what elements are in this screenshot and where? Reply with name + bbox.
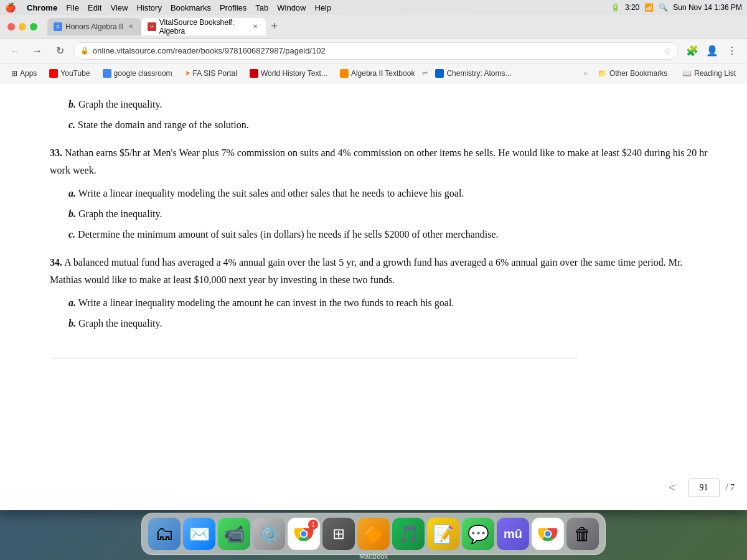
menu-bookmarks[interactable]: Bookmarks — [171, 3, 211, 12]
menu-bar: 🍎 Chrome File Edit View History Bookmark… — [0, 0, 747, 15]
clock-date: Sun Nov 14 1:36 PM — [673, 3, 742, 12]
apps-grid-icon: ⊞ — [11, 69, 17, 78]
maximize-button[interactable] — [30, 23, 37, 30]
content-divider — [50, 358, 578, 358]
p33a-label: a. — [68, 188, 76, 198]
bookmark-fa-label: FA SIS Portal — [193, 69, 237, 78]
tab-vitalsource[interactable]: V VitalSource Bookshelf: Algebra ✕ — [141, 18, 266, 35]
previous-page-button[interactable]: < — [662, 478, 682, 498]
menu-chrome[interactable]: Chrome — [27, 3, 57, 12]
profile-icon[interactable]: 👤 — [703, 42, 721, 60]
page-total: / 7 — [726, 483, 735, 493]
dock-launchpad[interactable]: ⊞ — [322, 518, 355, 550]
chrome-icon-2 — [537, 523, 559, 545]
apple-menu[interactable]: 🍎 — [5, 2, 16, 12]
dock-notes[interactable]: 📝 — [427, 518, 459, 550]
menu-profiles[interactable]: Profiles — [220, 3, 247, 12]
page-number-input[interactable] — [688, 478, 720, 497]
bookmark-algebra[interactable]: Algebra II Textbook — [335, 67, 420, 80]
other-bookmarks[interactable]: 📁 Other Bookmarks — [593, 67, 672, 80]
bookmark-world-label: World History Text... — [261, 69, 327, 78]
p34a-text: Write a linear inequality modeling the a… — [78, 297, 454, 308]
dock-facetime[interactable]: 📹 — [218, 518, 250, 550]
extensions-icon[interactable]: 🧩 — [684, 42, 701, 60]
p33a-text: Write a linear inequality modeling the s… — [78, 188, 464, 198]
menu-history[interactable]: History — [136, 3, 161, 12]
menu-tab[interactable]: Tab — [255, 3, 268, 12]
lock-icon: 🔒 — [80, 47, 89, 55]
tab-honors-algebra[interactable]: A Honors Algebra II ✕ — [47, 18, 141, 35]
svg-point-3 — [301, 531, 307, 537]
macbook-label: MacBook — [311, 553, 436, 560]
menu-bar-right: 🔋 3:20 📶 🔍 Sun Nov 14 1:36 PM — [611, 3, 742, 12]
bookmark-chemistry-label: Chemistry: Atoms... — [446, 69, 511, 78]
bookmark-chemistry[interactable]: Chemistry: Atoms... — [430, 67, 516, 80]
menu-window[interactable]: Window — [277, 3, 306, 12]
menu-edit[interactable]: Edit — [88, 3, 101, 12]
wifi-icon: 📶 — [644, 3, 654, 12]
dock-muse[interactable]: mû — [497, 518, 529, 550]
bookmark-youtube[interactable]: YouTube — [44, 67, 95, 80]
system-prefs-icon: ⚙️ — [258, 524, 280, 544]
minimize-button[interactable] — [19, 23, 26, 30]
reload-button[interactable]: ↻ — [51, 42, 68, 60]
close-button[interactable] — [7, 23, 15, 30]
dock-system-prefs[interactable]: ⚙️ — [253, 518, 285, 550]
bookmark-google-classroom[interactable]: google classroom — [98, 67, 177, 80]
dock-spotify[interactable]: 🎵 — [392, 518, 425, 550]
p34b-text: Graph the inequality. — [78, 318, 162, 329]
algebra-favicon — [340, 69, 349, 78]
battery-level: 3:20 — [625, 3, 639, 12]
p34a-label: a. — [68, 297, 76, 308]
reading-list-icon: 📖 — [682, 69, 692, 78]
problem-33-statement: Nathan earns $5/hr at Men's Wear plus 7%… — [50, 147, 708, 176]
search-icon[interactable]: 🔍 — [659, 3, 668, 12]
bookmark-apps[interactable]: ⊞ Apps — [6, 67, 42, 80]
page-navigation: < / 7 — [662, 478, 735, 498]
problem-33: 33. Nathan earns $5/hr at Men's Wear plu… — [50, 144, 710, 244]
dock-blender[interactable]: 🔶 — [357, 518, 390, 550]
forward-button[interactable]: → — [29, 42, 46, 60]
more-bookmarks-arrow[interactable]: » — [583, 69, 588, 78]
problem-b-graph: b. Graph the inequality. — [68, 96, 710, 114]
dock-messages[interactable]: 💬 — [462, 518, 494, 550]
world-history-favicon — [250, 69, 258, 78]
tab-close-2[interactable]: ✕ — [251, 22, 260, 31]
p33c-text: Determine the minimum amount of suit sal… — [78, 229, 498, 240]
menu-bar-left: 🍎 Chrome File Edit View History Bookmark… — [5, 2, 611, 12]
address-bar[interactable]: 🔒 online.vitalsource.com/reader/books/97… — [73, 42, 679, 60]
back-button[interactable]: ← — [6, 42, 24, 60]
problem-33-text: 33. Nathan earns $5/hr at Men's Wear plu… — [50, 144, 710, 180]
menu-help[interactable]: Help — [315, 3, 332, 12]
chrome-badge: 1 — [308, 520, 318, 530]
part-c-label: c. — [68, 119, 75, 130]
nav-right: 🧩 👤 ⋮ — [684, 42, 741, 60]
dock-chrome-2[interactable] — [532, 518, 564, 550]
menu-view[interactable]: View — [110, 3, 128, 12]
reading-list[interactable]: 📖 Reading List — [677, 67, 741, 80]
more-menu-button[interactable]: ⋮ — [723, 42, 741, 60]
problem-34-statement: A balanced mutual fund has averaged a 4%… — [50, 257, 682, 286]
problem-34-text: 34. A balanced mutual fund has averaged … — [50, 254, 710, 290]
other-bookmarks-label: Other Bookmarks — [609, 69, 667, 78]
menu-file[interactable]: File — [66, 3, 79, 12]
bookmarks-right: » 📁 Other Bookmarks 📖 Reading List — [583, 67, 741, 80]
dock-finder[interactable]: 🗂 — [148, 518, 181, 550]
dock-chrome[interactable]: 1 — [288, 518, 320, 550]
bookmark-world-history[interactable]: World History Text... — [245, 67, 332, 80]
dock-mail[interactable]: ✉️ — [183, 518, 215, 550]
bookmark-algebra-label: Algebra II Textbook — [351, 69, 415, 78]
problem-c-domain: c. State the domain and range of the sol… — [68, 116, 710, 134]
bookmarks-bar: ⊞ Apps YouTube google classroom ➤ FA SIS… — [0, 63, 747, 83]
fa-sis-icon: ➤ — [185, 69, 190, 77]
dock-trash[interactable]: 🗑 — [566, 518, 599, 550]
dock: 🗂 ✉️ 📹 ⚙️ 1 ⊞ — [141, 513, 606, 555]
tab-close-1[interactable]: ✕ — [126, 22, 135, 31]
problem-33-number: 33. — [50, 147, 62, 158]
part-c-text: State the domain and range of the soluti… — [78, 119, 249, 130]
bookmark-star-icon[interactable]: ☆ — [664, 46, 672, 56]
new-tab-button[interactable]: + — [266, 18, 283, 35]
bookmark-separator: ⇌ — [422, 69, 428, 77]
finder-icon: 🗂 — [155, 523, 174, 544]
bookmark-fa-sis[interactable]: ➤ FA SIS Portal — [180, 67, 242, 80]
